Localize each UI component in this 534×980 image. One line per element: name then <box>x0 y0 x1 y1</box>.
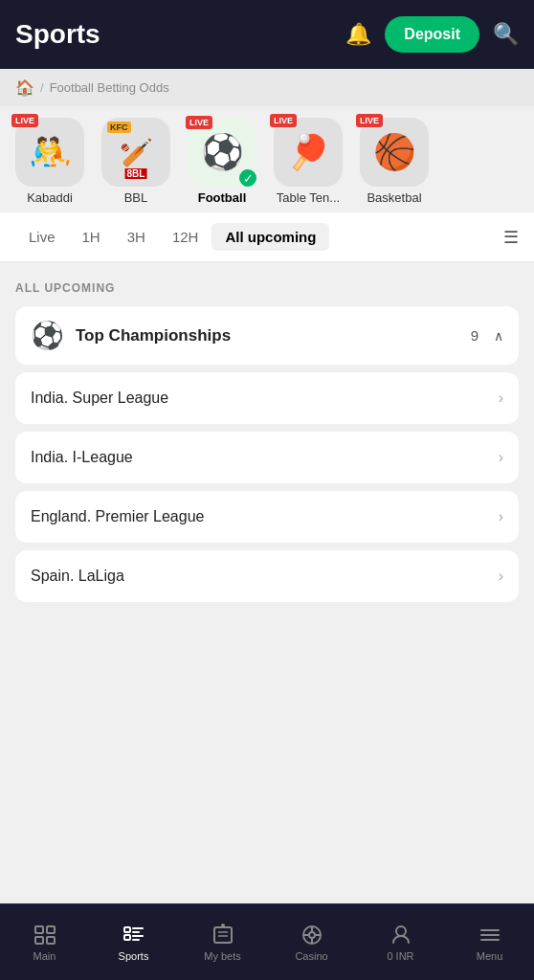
championships-chevron: ∧ <box>494 328 503 344</box>
championships-card: ⚽ Top Championships 9 ∧ <box>15 306 519 365</box>
filter-tabs: Live 1H 3H 12H All upcoming ☰ <box>0 212 534 262</box>
breadcrumb-home-icon[interactable]: 🏠 <box>15 78 34 97</box>
sports-icon <box>122 924 145 947</box>
svg-rect-2 <box>35 937 43 944</box>
sport-icon-kabaddi: LIVE 🤼 <box>15 118 84 187</box>
tab-1h[interactable]: 1H <box>69 223 114 251</box>
svg-rect-10 <box>214 927 232 943</box>
nav-item-main[interactable]: Main <box>16 924 74 962</box>
svg-rect-9 <box>132 939 140 941</box>
svg-rect-5 <box>132 927 144 929</box>
league-name-india-ileague: India. I-League <box>31 449 499 466</box>
league-name-england-premier: England. Premier League <box>31 508 499 525</box>
svg-point-13 <box>221 924 225 927</box>
balance-icon <box>389 924 412 947</box>
nav-item-casino[interactable]: Casino <box>283 924 341 962</box>
svg-rect-1 <box>47 926 55 933</box>
sport-label-tabletennis: Table Ten... <box>277 190 340 205</box>
league-item-india-super[interactable]: India. Super League › <box>15 372 519 424</box>
sport-item-bbl[interactable]: 🏏 KFC 8BL BBL <box>98 118 174 205</box>
championships-header[interactable]: ⚽ Top Championships 9 ∧ <box>15 306 519 365</box>
league-chevron-england-premier: › <box>499 508 503 525</box>
bottom-nav: Main Sports My bets Casin <box>0 903 534 980</box>
live-badge-football: LIVE <box>186 116 212 129</box>
tab-3h[interactable]: 3H <box>114 223 159 251</box>
championships-count: 9 <box>471 327 478 344</box>
main-icon <box>33 924 56 947</box>
header-actions: 🔔 Deposit 🔍 <box>345 16 519 53</box>
nav-item-mybets[interactable]: My bets <box>194 924 252 962</box>
nav-item-balance[interactable]: 0 INR <box>372 924 430 962</box>
search-icon[interactable]: 🔍 <box>493 22 519 47</box>
svg-rect-6 <box>132 931 140 933</box>
header: Sports 🔔 Deposit 🔍 <box>0 0 534 69</box>
nav-label-mybets: My bets <box>204 950 241 962</box>
tab-all-upcoming[interactable]: All upcoming <box>211 223 329 251</box>
championships-icon: ⚽ <box>31 320 64 351</box>
sport-icon-basketball: LIVE 🏀 <box>360 118 429 187</box>
league-chevron-india-ileague: › <box>499 449 503 466</box>
main-content: ALL UPCOMING ⚽ Top Championships 9 ∧ Ind… <box>0 262 534 707</box>
svg-rect-4 <box>124 927 130 932</box>
sport-label-basketball: Basketbal <box>367 190 421 205</box>
sports-carousel: LIVE 🤼 Kabaddi 🏏 KFC 8BL BBL LIVE ⚽ ✓ Fo… <box>0 106 534 212</box>
check-badge-football: ✓ <box>237 167 258 189</box>
league-chevron-india-super: › <box>499 390 503 407</box>
bell-icon[interactable]: 🔔 <box>345 22 371 47</box>
league-name-india-super: India. Super League <box>31 390 499 407</box>
breadcrumb: 🏠 / Football Betting Odds <box>0 69 534 106</box>
nav-label-sports: Sports <box>119 950 149 962</box>
nav-item-menu[interactable]: Menu <box>461 924 519 962</box>
live-badge-basketball: LIVE <box>356 114 383 127</box>
svg-rect-0 <box>35 926 43 933</box>
sport-icon-bbl: 🏏 KFC 8BL <box>101 118 170 187</box>
sport-item-tabletennis[interactable]: LIVE 🏓 Table Ten... <box>270 118 346 205</box>
league-item-spain-laliga[interactable]: Spain. LaLiga › <box>15 550 519 602</box>
menu-icon <box>478 924 501 947</box>
sport-icon-football: LIVE ⚽ ✓ <box>188 118 256 187</box>
section-label: ALL UPCOMING <box>15 281 519 295</box>
tab-12h[interactable]: 12H <box>159 223 212 251</box>
breadcrumb-current: Football Betting Odds <box>50 80 169 95</box>
sport-label-bbl: BBL <box>124 190 148 205</box>
deposit-button[interactable]: Deposit <box>385 16 479 53</box>
svg-point-20 <box>396 926 406 936</box>
nav-label-menu: Menu <box>477 950 503 962</box>
sport-item-basketball[interactable]: LIVE 🏀 Basketbal <box>356 118 433 205</box>
casino-icon <box>300 924 323 947</box>
svg-point-15 <box>309 932 315 938</box>
nav-label-main: Main <box>33 950 56 962</box>
nav-item-sports[interactable]: Sports <box>105 924 163 962</box>
live-badge-kabaddi: LIVE <box>11 114 38 127</box>
sport-label-kabaddi: Kabaddi <box>27 190 73 205</box>
league-chevron-spain-laliga: › <box>499 568 503 585</box>
page-title: Sports <box>15 19 100 50</box>
league-name-spain-laliga: Spain. LaLiga <box>31 568 499 585</box>
breadcrumb-separator: / <box>40 80 44 95</box>
live-badge-tabletennis: LIVE <box>270 114 297 127</box>
svg-rect-8 <box>132 935 144 937</box>
league-item-india-ileague[interactable]: India. I-League › <box>15 432 519 483</box>
filter-icon[interactable]: ☰ <box>503 227 519 248</box>
svg-rect-3 <box>47 937 55 944</box>
league-item-england-premier[interactable]: England. Premier League › <box>15 491 519 543</box>
championships-title: Top Championships <box>76 326 459 345</box>
sport-item-football[interactable]: LIVE ⚽ ✓ Football <box>184 118 260 205</box>
sport-icon-tabletennis: LIVE 🏓 <box>274 118 343 187</box>
tab-live[interactable]: Live <box>15 223 69 251</box>
sport-label-football: Football <box>198 190 247 205</box>
league-list: India. Super League › India. I-League › … <box>15 372 519 602</box>
sport-item-kabaddi[interactable]: LIVE 🤼 Kabaddi <box>11 118 88 205</box>
nav-label-casino: Casino <box>295 950 327 962</box>
nav-label-balance: 0 INR <box>387 950 413 962</box>
svg-rect-7 <box>124 935 130 940</box>
mybets-icon <box>211 924 234 947</box>
